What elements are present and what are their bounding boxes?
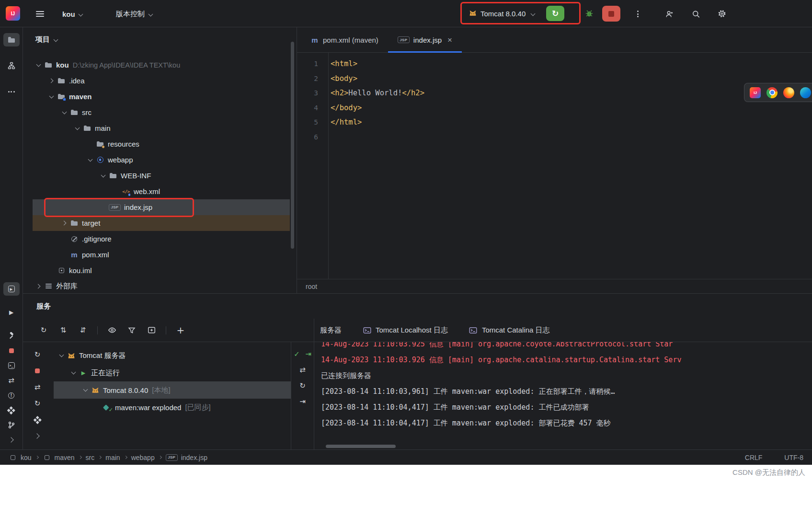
tomcat-icon (67, 351, 76, 360)
refresh-services-button[interactable]: ↻ (37, 324, 50, 336)
problems-tool-button[interactable]: ! (3, 389, 20, 402)
tree-item-pom-xml[interactable]: mpom.xml (33, 247, 290, 263)
tree-item-web-xml[interactable]: </>web.xml (33, 184, 290, 199)
close-tab-icon[interactable]: × (447, 36, 452, 44)
tree-item-main[interactable]: main (33, 120, 290, 136)
scroll-to-end-button[interactable]: ⇥ (297, 396, 308, 407)
status-crumb-maven[interactable]: maven (43, 453, 75, 462)
status-bar: koumavensrcmainwebappJSPindex.jsp CRLF U… (0, 449, 812, 465)
line-separator-widget[interactable]: CRLF (745, 454, 763, 461)
server-tab[interactable]: 服务器 (320, 326, 342, 335)
console-log-scrollbar[interactable] (326, 445, 396, 448)
stop-server-button[interactable] (31, 365, 44, 377)
search-button[interactable] (690, 8, 702, 20)
rerun-server-button[interactable]: ↻ (31, 349, 44, 360)
project-tool-button[interactable] (3, 33, 20, 46)
status-crumb-kou[interactable]: kou (9, 453, 32, 462)
more-actions-button[interactable] (631, 8, 644, 20)
tree-item-target[interactable]: target (33, 215, 290, 231)
deploy-button[interactable]: ⇥ (303, 349, 314, 359)
redeploy-button[interactable]: ⇄ (31, 381, 44, 393)
tree-item-web-inf[interactable]: WEB-INF (33, 168, 290, 184)
rerun-output-button[interactable]: ↻ (297, 380, 308, 391)
editor-tab-pom-xml[interactable]: mpom.xml (maven) (301, 27, 388, 52)
intellij-logo[interactable]: IJ (6, 6, 20, 21)
tree-item-maven[interactable]: maven (33, 89, 290, 104)
run-outline-icon: ▶ (7, 308, 16, 317)
line-number-gutter: 123456 (297, 53, 329, 279)
view-options-button[interactable] (106, 324, 118, 336)
console-log[interactable]: 14-Aug-2023 11:10:03.925 信息 [main] org.a… (314, 342, 812, 449)
editor-breadcrumb[interactable]: root (306, 283, 317, 290)
terminal-tool-button[interactable]: >_ (3, 359, 20, 372)
editor-tab-index-jsp[interactable]: JSPindex.jsp× (388, 27, 462, 52)
sync-tool-button[interactable]: ⇄ (3, 374, 20, 387)
hide-panel-button[interactable] (31, 430, 44, 442)
rerun-button[interactable]: ↻ (546, 6, 564, 21)
open-in-edge-button[interactable] (800, 87, 811, 98)
run-config-selector[interactable]: Tomcat 8.0.40 ↻ (469, 4, 564, 23)
server-run-toolbar: ✓⇥⇄↻⇥ (291, 342, 314, 449)
project-panel-header[interactable]: 项目 (23, 27, 297, 51)
tree-item-index-jsp[interactable]: JSPindex.jsp (33, 199, 290, 215)
running-process-button[interactable] (3, 344, 20, 357)
red-square-icon (33, 367, 42, 375)
tree-item-src[interactable]: src (33, 104, 290, 120)
status-crumb-index-jsp[interactable]: JSPindex.jsp (166, 454, 207, 461)
deployment-tool-button[interactable] (3, 403, 20, 417)
tree-item-label: target (82, 219, 100, 227)
status-crumb-webapp[interactable]: webapp (131, 454, 155, 461)
project-selector[interactable]: kou (60, 7, 87, 21)
open-in-new-tab-button[interactable] (145, 324, 158, 336)
project-tree-scrollbar[interactable] (291, 42, 294, 249)
more-tools-button[interactable] (3, 85, 20, 98)
console-log-lines: 14-Aug-2023 11:10:03.925 信息 [main] org.a… (321, 342, 812, 431)
open-in-intellij-button[interactable]: IJ (750, 87, 761, 98)
collapse-all-button[interactable]: ⇵ (77, 324, 89, 336)
service-item-tomcat-8-0-40-local[interactable]: Tomcat 8.0.40[本地] (54, 381, 291, 399)
add-user-button[interactable] (663, 8, 675, 20)
expand-all-button[interactable]: ⇅ (57, 324, 69, 336)
service-item-running[interactable]: ▶正在运行 (54, 364, 291, 381)
settings-button[interactable] (716, 7, 728, 20)
debug-button[interactable] (583, 7, 595, 20)
tree-item-idea[interactable]: .idea (33, 73, 290, 89)
run-tool-button[interactable]: ▶ (3, 306, 20, 319)
code-area[interactable]: 123456 <html><body><h2>Hello World!</h2>… (297, 53, 812, 279)
status-crumb-main[interactable]: main (105, 454, 120, 461)
vcs-selector[interactable]: 版本控制 (114, 7, 156, 21)
filter-button[interactable] (126, 324, 138, 336)
chevron-right-icon (47, 77, 55, 85)
deploy-all-button[interactable] (31, 414, 44, 425)
add-service-button[interactable]: + (174, 324, 187, 336)
structure-tool-button[interactable] (3, 59, 20, 72)
tree-item-kou-iml[interactable]: kou.iml (33, 263, 290, 278)
status-crumb-src[interactable]: src (86, 454, 95, 461)
refresh-deploy-button[interactable]: ↻ (31, 398, 44, 409)
main-menu-button[interactable] (34, 8, 46, 20)
services-tool-button[interactable]: ▶ (3, 282, 20, 296)
build-tool-button[interactable] (3, 329, 20, 343)
git-tool-button[interactable] (3, 418, 20, 432)
open-in-chrome-button[interactable] (766, 87, 778, 98)
service-item-tomcat-server[interactable]: Tomcat 服务器 (54, 347, 291, 364)
tree-item-webapp[interactable]: webapp (33, 152, 290, 168)
tree-item-gitignore[interactable]: .gitignore (33, 231, 290, 247)
tree-item-label: web.xml (134, 187, 160, 195)
open-in-firefox-button[interactable] (783, 87, 794, 98)
tomcat-catalina-log-tab[interactable]: Tomcat Catalina 日志 (469, 326, 550, 335)
libraries-icon (44, 282, 53, 291)
tree-item-resources[interactable]: resources (33, 136, 290, 152)
tree-item-external-libraries[interactable]: 外部库 (33, 278, 290, 293)
connected-status[interactable]: ✓ (292, 349, 302, 359)
swap-output-button[interactable]: ⇄ (297, 365, 308, 375)
service-item-maven-war-exploded[interactable]: ✓maven:war exploded[已同步] (54, 399, 291, 416)
console-tab-label: Tomcat Catalina 日志 (482, 326, 550, 335)
more-tool-windows-button[interactable] (3, 433, 20, 447)
tomcat-localhost-log-tab[interactable]: Tomcat Localhost 日志 (363, 326, 448, 335)
tree-item-kou[interactable]: kouD:\zking App\IDEA\IDEA TEXT\kou (33, 57, 290, 73)
stop-button[interactable] (602, 6, 620, 22)
more-horizontal-icon (7, 87, 16, 96)
encoding-widget[interactable]: UTF-8 (784, 454, 803, 461)
chevron-down-icon (73, 125, 81, 132)
